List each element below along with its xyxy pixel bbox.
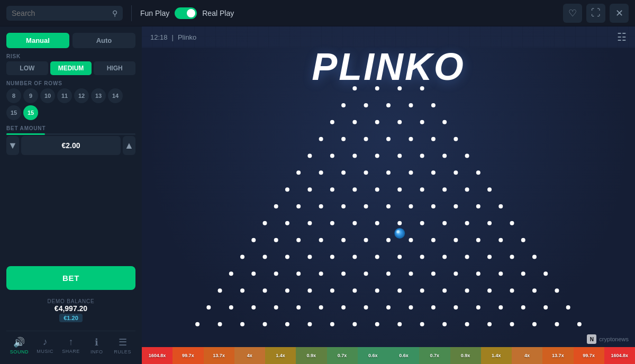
multiplier-cell: 4x	[512, 347, 542, 364]
game-title-text: Plinko	[178, 33, 196, 41]
bet-label: BET AMOUNT	[6, 125, 135, 131]
rows-label: NUMBER OF ROWS	[6, 80, 135, 86]
search-box[interactable]: ⚲	[6, 6, 123, 21]
fullscreen-button[interactable]: ⛶	[586, 4, 605, 23]
risk-row: LOW MEDIUM HIGH	[6, 61, 135, 75]
risk-label: RISK	[6, 53, 135, 59]
risk-section: RISK LOW MEDIUM HIGH	[6, 53, 135, 75]
bet-input[interactable]	[21, 136, 121, 155]
mode-toggle-switch[interactable]	[175, 7, 197, 19]
row-14[interactable]: 14	[108, 88, 123, 103]
risk-low[interactable]: LOW	[6, 61, 48, 75]
real-play-label: Real Play	[202, 9, 234, 17]
multiplier-cell: 13.7x	[542, 347, 573, 364]
bet-section: BET AMOUNT ▼ ▲	[6, 125, 135, 155]
plinko-canvas	[142, 48, 635, 347]
favorite-button[interactable]: ♡	[563, 4, 582, 23]
demo-balance-label: DEMO BALANCE	[6, 298, 135, 304]
bet-increase-button[interactable]: ▲	[123, 136, 135, 155]
close-button[interactable]: ✕	[610, 4, 629, 23]
tab-manual[interactable]: Manual	[6, 33, 69, 48]
multiplier-cell: 1604.8x	[142, 347, 173, 364]
music-icon: ♪	[43, 336, 48, 348]
watermark-icon: N	[587, 334, 596, 344]
row-8[interactable]: 8	[6, 88, 21, 103]
main-layout: Manual Auto RISK LOW MEDIUM HIGH NUMBER …	[0, 26, 635, 364]
multiplier-cell: 0.7x	[419, 347, 450, 364]
watermark-text: cryptonews	[599, 336, 629, 342]
multiplier-cell: 13.7x	[204, 347, 234, 364]
header-icons: ♡ ⛶ ✕	[563, 4, 629, 23]
nav-info[interactable]: ℹ INFO	[84, 334, 110, 357]
row-12[interactable]: 12	[74, 88, 89, 103]
search-icon: ⚲	[112, 9, 117, 17]
search-input[interactable]	[12, 9, 108, 17]
nav-rules[interactable]: ☰ RULES	[110, 334, 135, 357]
game-header: 12:18 | Plinko ☷	[142, 26, 635, 48]
demo-balance: DEMO BALANCE €4,997.20 €1.20	[6, 295, 135, 325]
sound-icon: 🔊	[13, 336, 25, 348]
game-time-title: 12:18 | Plinko	[150, 33, 196, 41]
bet-amount-row: ▼ ▲	[6, 136, 135, 155]
row-10[interactable]: 10	[40, 88, 55, 103]
risk-medium[interactable]: MEDIUM	[50, 61, 92, 75]
bet-progress	[6, 133, 135, 135]
row-11[interactable]: 11	[57, 88, 72, 103]
tab-auto[interactable]: Auto	[72, 33, 135, 48]
game-time: 12:18	[150, 33, 168, 41]
multiplier-cell: 99.7x	[574, 347, 604, 364]
risk-high[interactable]: HIGH	[94, 61, 135, 75]
header: ⚲ Fun Play Real Play ♡ ⛶ ✕	[0, 0, 635, 26]
rules-icon: ☰	[119, 336, 127, 348]
bottom-nav: 🔊 SOUND ♪ MUSIC ↑ SHARE ℹ INFO ☰ RULES	[6, 331, 135, 358]
plinko-board	[142, 48, 635, 347]
demo-balance-amount: €4,997.20	[6, 304, 135, 313]
sidebar: Manual Auto RISK LOW MEDIUM HIGH NUMBER …	[0, 26, 142, 364]
nav-sound[interactable]: 🔊 SOUND	[6, 334, 32, 357]
multiplier-cell: 0.7x	[327, 347, 358, 364]
header-divider	[131, 5, 132, 21]
rows-row: 8 9 10 11 12 13 14 15 15	[6, 88, 135, 120]
multiplier-cell: 0.6x	[388, 347, 419, 364]
bet-button[interactable]: BET	[6, 266, 135, 290]
info-icon: ℹ	[95, 336, 98, 348]
fun-play-label: Fun Play	[140, 9, 169, 17]
multiplier-cell: 0.9x	[450, 347, 481, 364]
multiplier-cell: 1.4x	[481, 347, 512, 364]
mode-tabs: Manual Auto	[6, 33, 135, 48]
demo-badge: €1.20	[59, 314, 83, 322]
nav-share[interactable]: ↑ SHARE	[58, 334, 84, 357]
multiplier-cell: 4x	[234, 347, 265, 364]
row-15-active[interactable]: 15	[23, 105, 38, 120]
multiplier-cell: 0.6x	[358, 347, 388, 364]
multiplier-bar: 1604.8x99.7x13.7x4x1.4x0.9x0.7x0.6x0.6x0…	[142, 347, 635, 364]
bet-decrease-button[interactable]: ▼	[6, 136, 19, 155]
row-9[interactable]: 9	[23, 88, 38, 103]
mode-toggle: Fun Play Real Play	[140, 7, 234, 19]
watermark: N cryptonews	[587, 334, 629, 344]
multiplier-cell: 0.9x	[296, 347, 326, 364]
share-icon: ↑	[68, 336, 73, 348]
row-13[interactable]: 13	[91, 88, 106, 103]
settings-icon[interactable]: ☷	[617, 31, 627, 43]
bet-progress-fill	[6, 133, 45, 135]
multiplier-cell: 1.4x	[265, 347, 296, 364]
rows-section: NUMBER OF ROWS 8 9 10 11 12 13 14 15 15	[6, 80, 135, 120]
nav-music[interactable]: ♪ MUSIC	[32, 334, 58, 357]
game-area: 12:18 | Plinko ☷ PLINKO 1604.8x99.7x13.7…	[142, 26, 635, 364]
multiplier-cell: 99.7x	[173, 347, 203, 364]
row-15[interactable]: 15	[6, 105, 21, 120]
multiplier-cell: 1604.8x	[604, 347, 635, 364]
